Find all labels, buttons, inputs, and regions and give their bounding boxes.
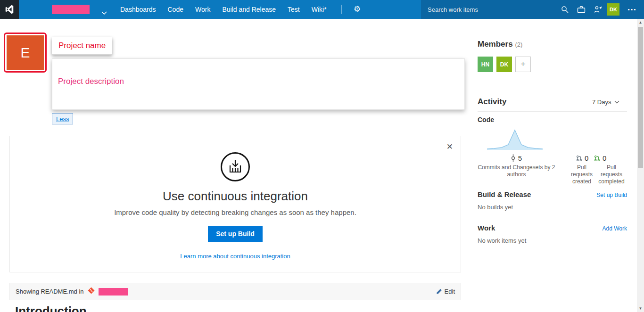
nav-test[interactable]: Test: [288, 6, 300, 13]
work-title: Work: [478, 224, 495, 232]
member-avatar-hn[interactable]: HN: [478, 57, 493, 72]
set-up-build-link[interactable]: Set up Build: [596, 192, 627, 198]
ci-card-title: Use continuous integration: [10, 189, 461, 204]
nav-dashboards[interactable]: Dashboards: [120, 6, 156, 13]
user-avatar[interactable]: DK: [607, 3, 619, 16]
project-description-box[interactable]: Project description: [52, 58, 465, 110]
vsts-logo-icon: [4, 4, 15, 15]
code-activity-title: Code: [478, 116, 494, 123]
edit-readme-button[interactable]: Edit: [436, 288, 455, 295]
set-up-build-button[interactable]: Set up Build: [208, 226, 263, 242]
ci-card-subtitle: Improve code quality by detecting breaki…: [10, 208, 461, 216]
learn-more-link[interactable]: Learn more about continuous integration: [10, 253, 461, 260]
project-description-annotation: Project description: [58, 77, 124, 86]
activity-range-dropdown[interactable]: 7 Days: [592, 99, 619, 106]
no-work-items-text: No work items yet: [478, 237, 526, 244]
marketplace-bag-icon[interactable]: [577, 6, 586, 15]
search-input[interactable]: [428, 4, 557, 15]
vsts-logo[interactable]: [0, 0, 19, 19]
members-count: (2): [515, 41, 522, 48]
more-options-icon[interactable]: …: [627, 2, 637, 13]
project-avatar[interactable]: E: [4, 33, 47, 73]
continuous-integration-card: ✕ Use continuous integration Improve cod…: [9, 136, 461, 272]
top-nav-items: Dashboards Code Work Build and Release T…: [120, 0, 327, 19]
project-selector-redacted[interactable]: [52, 5, 90, 14]
no-builds-text: No builds yet: [478, 204, 513, 211]
chevron-down-icon[interactable]: [101, 8, 107, 16]
topbar-right-section: DK …: [421, 0, 644, 19]
commits-sparkline-chart: [487, 125, 543, 153]
commits-stat: 5: [500, 154, 533, 162]
top-nav-bar: Dashboards Code Work Build and Release T…: [0, 0, 644, 19]
project-name-annotation: Project name: [52, 37, 112, 55]
readme-heading: Introduction: [15, 304, 87, 312]
close-icon[interactable]: ✕: [446, 142, 453, 152]
pr-completed-stat: 0: [594, 154, 606, 162]
commits-label: Commits and Changesets by 2 authors: [475, 164, 558, 178]
pr-completed-label: Pull requests completed: [595, 164, 627, 185]
project-avatar-letter: E: [7, 35, 44, 70]
scroll-up-arrow-icon[interactable]: ▲: [637, 19, 644, 26]
nav-work[interactable]: Work: [195, 6, 210, 13]
scrollbar-thumb[interactable]: [638, 27, 643, 168]
pencil-icon: [436, 288, 442, 295]
commit-icon: [511, 154, 516, 162]
activity-divider: [478, 111, 627, 112]
readme-prefix: Showing README.md in: [16, 288, 84, 295]
members-title: Members (2): [478, 40, 522, 49]
repo-name-redacted[interactable]: [99, 288, 128, 296]
nav-code[interactable]: Code: [168, 6, 183, 13]
add-member-button[interactable]: +: [515, 57, 531, 72]
build-release-title: Build & Release: [478, 190, 531, 198]
chevron-down-icon: [614, 100, 619, 104]
readme-bar: Showing README.md in Edit: [9, 283, 461, 300]
activity-title: Activity: [478, 97, 506, 107]
pr-created-label: Pull requests created: [568, 164, 595, 185]
scroll-down-arrow-icon[interactable]: ▼: [637, 305, 644, 312]
git-repo-icon: [88, 287, 95, 296]
nav-build-and-release[interactable]: Build and Release: [222, 6, 276, 13]
less-link[interactable]: Less: [52, 113, 73, 124]
vertical-scrollbar[interactable]: ▲ ▼: [637, 19, 644, 312]
pull-request-icon: [576, 155, 582, 162]
build-archive-icon: [221, 152, 250, 181]
feedback-icon[interactable]: [594, 6, 603, 15]
search-icon[interactable]: [561, 6, 569, 15]
member-avatar-dk[interactable]: DK: [496, 57, 512, 72]
nav-separator: [341, 5, 342, 14]
pr-created-stat: 0: [576, 154, 588, 162]
pull-request-completed-icon: [594, 155, 600, 162]
nav-wiki[interactable]: Wiki*: [312, 6, 327, 13]
settings-gear-icon[interactable]: ⚙: [354, 4, 361, 14]
add-work-link[interactable]: Add Work: [603, 225, 627, 232]
